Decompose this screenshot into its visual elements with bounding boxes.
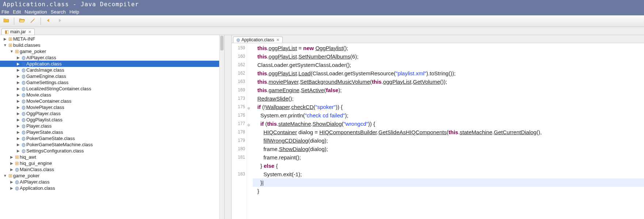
twisty-icon[interactable]: ▶ bbox=[16, 93, 20, 97]
package-explorer[interactable]: ▶⊞META-INF▼⊞build.classes▼⊞game_poker▶◍A… bbox=[0, 35, 225, 219]
code-line[interactable]: this.oggPlayList.Load(ClassLoader.getSys… bbox=[253, 69, 644, 78]
line-gutter: 1591601621621631691731751761771781791801… bbox=[232, 43, 247, 219]
twisty-icon[interactable]: ▶ bbox=[9, 186, 14, 190]
tree-item-oggplayer-class[interactable]: ▶◍OggPlayer.class bbox=[0, 110, 224, 117]
code-line[interactable]: if (this.stateMachine.ShowDialog("wrongc… bbox=[253, 120, 644, 128]
tree-item-settingsconfiguration-class[interactable]: ▶◍SettingsConfiguration.class bbox=[0, 148, 224, 154]
tree-item-pokergamestatemachine-class[interactable]: ▶◍PokerGameStateMachine.class bbox=[0, 141, 224, 148]
sidebar-tab[interactable]: ◧ main.jar ✕ bbox=[1, 29, 35, 35]
code-line[interactable]: HIQContainer dialog = HIQComponentsBuild… bbox=[253, 128, 644, 136]
code-line[interactable]: }| bbox=[253, 178, 644, 187]
open-icon[interactable] bbox=[3, 17, 9, 25]
twisty-icon[interactable]: ▶ bbox=[9, 180, 14, 184]
close-icon[interactable]: ✕ bbox=[28, 30, 31, 34]
twisty-icon[interactable]: ▶ bbox=[9, 155, 14, 159]
tree-item-playerstate-class[interactable]: ▶◍PlayerState.class bbox=[0, 129, 224, 135]
code-line[interactable]: frame.repaint(); bbox=[253, 153, 644, 162]
twisty-icon[interactable]: ▶ bbox=[16, 62, 20, 66]
twisty-icon[interactable]: ▶ bbox=[16, 74, 20, 78]
tree-label: OggPlaylist.class bbox=[26, 117, 62, 122]
line-number: 160 bbox=[232, 52, 247, 61]
source-editor[interactable]: 1591601621621631691731751761771781791801… bbox=[232, 43, 644, 219]
menubar: FileEditNavigationSearchHelp bbox=[0, 8, 644, 15]
code-line[interactable]: System.err.println("check cd failed"); bbox=[253, 111, 644, 120]
line-number: 178 bbox=[232, 128, 247, 136]
twisty-icon[interactable]: ▼ bbox=[9, 49, 14, 53]
tree-item-meta-inf[interactable]: ▶⊞META-INF bbox=[0, 36, 224, 42]
menu-file[interactable]: File bbox=[1, 9, 9, 15]
twisty-icon[interactable]: ▶ bbox=[16, 130, 20, 134]
code-line[interactable]: this.moviePlayer.SetBackgroundMusicVolum… bbox=[253, 78, 644, 86]
twisty-icon[interactable]: ▶ bbox=[3, 37, 7, 41]
line-number: 162 bbox=[232, 61, 247, 69]
code-line[interactable]: fillWrongCDDialog(dialog); bbox=[253, 136, 644, 145]
twisty-icon[interactable]: ▶ bbox=[9, 167, 14, 171]
tree-item-cardsimage-class[interactable]: ▶◍CardsImage.class bbox=[0, 67, 224, 73]
twisty-icon[interactable]: ▼ bbox=[3, 43, 7, 47]
tree-item-movieplayer-class[interactable]: ▶◍MoviePlayer.class bbox=[0, 104, 224, 110]
twisty-icon[interactable]: ▶ bbox=[16, 118, 20, 122]
twisty-icon[interactable]: ▶ bbox=[16, 149, 20, 153]
tree-item-application-class[interactable]: ▶◍Application.class bbox=[0, 61, 224, 67]
tree-item-aiplayer-class[interactable]: ▶◍AIPlayer.class bbox=[0, 179, 224, 185]
tree-item-moviecontainer-class[interactable]: ▶◍MovieContainer.class bbox=[0, 98, 224, 104]
twisty-icon[interactable]: ▶ bbox=[16, 136, 20, 140]
code-line[interactable]: } bbox=[253, 187, 644, 195]
twisty-icon[interactable]: ▶ bbox=[16, 112, 20, 116]
class-icon: ◍ bbox=[20, 117, 26, 122]
twisty-icon[interactable]: ▼ bbox=[3, 174, 7, 178]
tree-item-game_poker[interactable]: ▼⊞game_poker bbox=[0, 173, 224, 179]
twisty-icon[interactable]: ▶ bbox=[16, 87, 20, 91]
tree-label: GameEngine.class bbox=[26, 73, 66, 79]
code-line[interactable]: frame.ShowDialog(dialog); bbox=[253, 145, 644, 153]
tree-item-localizedstringcontainer-class[interactable]: ▶◍LocalizedStringContainer.class bbox=[0, 86, 224, 92]
twisty-icon[interactable]: ▶ bbox=[16, 105, 20, 109]
tree-item-pokergamestate-class[interactable]: ▶◍PokerGameState.class bbox=[0, 135, 224, 141]
open-folder-icon[interactable] bbox=[19, 17, 25, 25]
tree-item-application-class[interactable]: ▶◍Application.class bbox=[0, 185, 224, 191]
menu-edit[interactable]: Edit bbox=[13, 9, 21, 15]
tree-item-hiq_awt[interactable]: ▶⊞hiq_awt bbox=[0, 154, 224, 160]
menu-search[interactable]: Search bbox=[51, 9, 66, 15]
class-icon: ◍ bbox=[20, 111, 26, 116]
line-number bbox=[232, 178, 247, 187]
forward-icon[interactable] bbox=[56, 17, 63, 25]
tree-item-aiplayer-class[interactable]: ▶◍AIPlayer.class bbox=[0, 54, 224, 61]
code-line[interactable]: if (!Wallpaper.checkCD("spoker")) { bbox=[253, 103, 644, 111]
tree-item-player-class[interactable]: ▶◍Player.class bbox=[0, 123, 224, 129]
tree-item-mainclass-class[interactable]: ▶◍MainClass.class bbox=[0, 166, 224, 173]
close-icon[interactable]: ✕ bbox=[276, 38, 279, 42]
tree-item-build-classes[interactable]: ▼⊞build.classes bbox=[0, 42, 224, 48]
back-icon[interactable] bbox=[45, 17, 52, 25]
editor-tab[interactable]: ◍ Application.class ✕ bbox=[233, 37, 283, 43]
code-area[interactable]: this.oggPlayList = new OggPlaylist(); th… bbox=[247, 43, 644, 219]
twisty-icon[interactable]: ▶ bbox=[16, 56, 20, 60]
splitter[interactable] bbox=[225, 35, 231, 219]
code-line[interactable]: this.oggPlayList = new OggPlaylist(); bbox=[253, 44, 644, 52]
tree-item-gamesettings-class[interactable]: ▶◍GameSettings.class bbox=[0, 79, 224, 86]
package-icon: ⊞ bbox=[14, 154, 20, 160]
twisty-icon[interactable]: ▶ bbox=[16, 143, 20, 147]
twisty-icon[interactable]: ▶ bbox=[16, 80, 20, 84]
scrollbar[interactable] bbox=[219, 35, 224, 219]
menu-help[interactable]: Help bbox=[69, 9, 79, 15]
tree-item-movie-class[interactable]: ▶◍Movie.class bbox=[0, 92, 224, 98]
tree-item-game_poker[interactable]: ▼⊞game_poker bbox=[0, 48, 224, 54]
twisty-icon[interactable]: ▶ bbox=[16, 99, 20, 103]
code-line[interactable]: this.oggPlayList.SetNumberOfAlbums(6); bbox=[253, 52, 644, 61]
menu-navigation[interactable]: Navigation bbox=[24, 9, 47, 15]
twisty-icon[interactable]: ▶ bbox=[16, 68, 20, 72]
code-line[interactable]: ClassLoader.getSystemClassLoader(); bbox=[253, 61, 644, 69]
tree-item-oggplaylist-class[interactable]: ▶◍OggPlaylist.class bbox=[0, 117, 224, 123]
code-line[interactable]: } else { bbox=[253, 162, 644, 170]
tree-item-hiq_gui_engine[interactable]: ▶⊞hiq_gui_engine bbox=[0, 160, 224, 166]
tree-item-gameengine-class[interactable]: ▶◍GameEngine.class bbox=[0, 73, 224, 79]
class-icon: ◍ bbox=[20, 73, 26, 79]
code-line[interactable]: this.gameEngine.SetActive(false); bbox=[253, 86, 644, 94]
twisty-icon[interactable]: ▶ bbox=[16, 124, 20, 128]
wizard-icon[interactable] bbox=[30, 17, 36, 25]
code-line[interactable]: RedrawSlide(); bbox=[253, 94, 644, 103]
scrollbar-thumb[interactable] bbox=[220, 36, 224, 50]
twisty-icon[interactable]: ▶ bbox=[9, 161, 14, 165]
code-line[interactable]: System.exit(-1); bbox=[253, 170, 644, 178]
